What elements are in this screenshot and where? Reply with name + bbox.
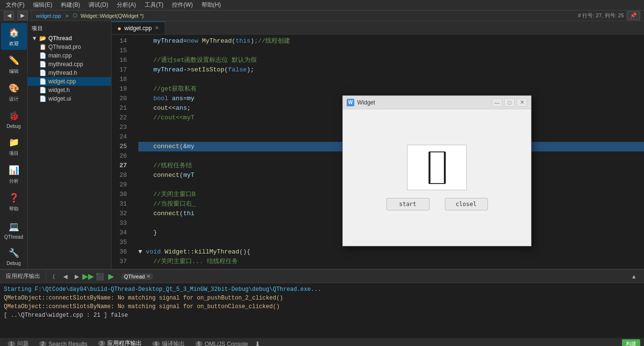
pro-file-icon: 📋 <box>39 44 46 50</box>
sidebar-item-debug[interactable]: 🐞 Debug <box>1 106 27 132</box>
bottom-tab-output[interactable]: 3 应用程序输出 <box>92 338 147 346</box>
line-num-27: 27 <box>112 161 131 171</box>
output-next-btn[interactable]: ▶ <box>71 271 82 282</box>
menu-controls[interactable]: 控件(W) <box>168 0 196 10</box>
menu-tools[interactable]: 工具(T) <box>141 0 167 10</box>
qthread-icon: 💻 <box>7 220 21 233</box>
menu-analyze[interactable]: 分析(A) <box>113 0 140 10</box>
mythread-cpp-icon: 📄 <box>39 61 46 68</box>
output-restart-btn[interactable]: ▶ <box>106 271 116 282</box>
qt-dialog[interactable]: W Widget — □ ✕ <box>342 95 531 246</box>
sidebar-item-welcome[interactable]: 🏠 欢迎 <box>1 23 27 50</box>
menu-debug[interactable]: 调试(D) <box>85 0 112 10</box>
bottom-tab-issues[interactable]: 1 问题 <box>2 338 34 346</box>
lcd-display-icon <box>428 151 447 185</box>
build-status-badge[interactable]: 构建 <box>622 339 640 346</box>
output-line-1: QMetaObject::connectSlotsByName: No matc… <box>4 294 640 302</box>
analyze-icon: 📊 <box>7 163 21 177</box>
editor-area: 🏠 欢迎 ✏️ 编辑 🎨 设计 🐞 Debug 📁 项目 📊 分析 <box>0 21 644 269</box>
output-actions: ▲ <box>629 271 642 282</box>
code-line-18 <box>138 75 644 84</box>
folder-name: QThread <box>48 35 72 42</box>
line-num-21: 21 <box>112 104 131 113</box>
tree-folder-qthread[interactable]: ▼ 📂 QThread <box>28 34 111 43</box>
line-num-20: 20 <box>112 94 131 104</box>
output-tab-close-btn[interactable]: ✕ <box>147 274 150 279</box>
output-run-btn[interactable]: ▶▶ <box>83 271 93 282</box>
qt-close-btn[interactable]: ✕ <box>517 98 527 107</box>
menu-edit[interactable]: 编辑(E) <box>29 0 56 10</box>
sidebar-item-project[interactable]: 📁 项目 <box>1 133 27 160</box>
folder-icon: 📂 <box>39 35 46 42</box>
tab-num-1: 1 <box>8 341 15 346</box>
output-prev-btn[interactable]: ◀ <box>60 271 70 282</box>
line-num-23: 23 <box>112 123 131 132</box>
editor-tabs: ● widget.cpp ✕ <box>112 21 644 35</box>
sidebar-item-label: 分析 <box>9 178 19 185</box>
breadcrumb-separator: > <box>64 13 70 19</box>
tree-file-mythread-cpp[interactable]: 📄 mythread.cpp <box>28 60 111 69</box>
pin-btn[interactable]: 📌 <box>627 11 640 20</box>
sidebar-item-label: Debug <box>7 261 21 266</box>
line-num-16: 16 <box>112 56 131 65</box>
output-stop-btn[interactable]: ⬛ <box>94 271 105 282</box>
line-num-33: 33 <box>112 219 131 228</box>
qt-canvas <box>407 145 467 190</box>
qt-close-dialog-btn[interactable]: closel <box>445 198 488 210</box>
qt-minimize-btn[interactable]: — <box>492 98 502 107</box>
file-name-widget-h: widget.h <box>48 87 70 93</box>
line-num-37: 37 <box>112 257 131 266</box>
tab-label-output: 应用程序输出 <box>107 339 142 346</box>
menu-file[interactable]: 文件(F) <box>2 0 28 10</box>
tab-label-compile: 编译输出 <box>162 340 185 346</box>
sidebar-item-label: 设计 <box>9 96 19 103</box>
line-num-28: 28 <box>112 171 131 180</box>
file-tree: 项目 ▼ 📂 QThread 📋 QThread.pro 📄 main.cpp … <box>28 21 112 269</box>
output-content[interactable]: Starting F:\QtCode\day04\build-QThread-D… <box>0 283 644 338</box>
line-num-32: 32 <box>112 209 131 219</box>
sidebar-item-design[interactable]: 🎨 设计 <box>1 79 27 105</box>
tree-file-widget-cpp[interactable]: 📄 widget.cpp <box>28 77 111 86</box>
line-num-25: 25 <box>112 142 131 151</box>
qt-app-icon: W <box>347 99 354 106</box>
output-collapse-btn[interactable]: ▲ <box>629 271 639 282</box>
code-line-17: myThread->setIsStop(false); <box>138 65 644 75</box>
sidebar-item-debug2[interactable]: 🔧 Debug <box>1 243 27 269</box>
qt-start-btn[interactable]: start <box>386 198 429 210</box>
sidebar-item-help[interactable]: ❓ 帮助 <box>1 188 27 215</box>
bottom-tab-search[interactable]: 2 Search Results <box>34 338 92 346</box>
tree-file-main[interactable]: 📄 main.cpp <box>28 51 111 60</box>
sidebar-item-qthread[interactable]: 💻 QThread <box>1 217 27 242</box>
line-num-30: 30 <box>112 190 131 199</box>
bottom-tab-qml[interactable]: 5 QML/JS Console <box>190 338 253 346</box>
tree-file-pro[interactable]: 📋 QThread.pro <box>28 43 111 51</box>
nav-back-btn[interactable]: ◀ <box>4 11 14 20</box>
menu-build[interactable]: 构建(B) <box>57 0 84 10</box>
menu-help[interactable]: 帮助(H) <box>198 0 225 10</box>
tab-num-3: 3 <box>98 341 106 346</box>
qt-titlebar: W Widget — □ ✕ <box>343 96 531 109</box>
qt-maximize-btn[interactable]: □ <box>504 98 515 107</box>
tab-close-btn[interactable]: ✕ <box>155 25 159 31</box>
tree-file-mythread-h[interactable]: 📄 mythread.h <box>28 69 111 77</box>
output-scroll-to-start-btn[interactable]: ⟨ <box>48 271 59 282</box>
sidebar-item-analyze[interactable]: 📊 分析 <box>1 161 27 187</box>
tab-arrow-icon[interactable]: ⬇ <box>255 340 260 346</box>
file-name-pro: QThread.pro <box>48 44 81 50</box>
sidebar-item-edit[interactable]: ✏️ 编辑 <box>1 51 27 78</box>
editor-tab-widget-cpp[interactable]: ● widget.cpp ✕ <box>112 22 165 34</box>
qt-window-buttons: — □ ✕ <box>492 98 527 107</box>
tree-file-widget-ui[interactable]: 📄 widget.ui <box>28 94 111 103</box>
debug2-icon: 🔧 <box>7 246 21 260</box>
output-toolbar: 应用程序输出 ⟨ ◀ ▶ ▶▶ ⬛ ▶ QThread ✕ ▲ <box>0 270 644 283</box>
tree-file-widget-h[interactable]: 📄 widget.h <box>28 86 111 94</box>
line-num-19: 19 <box>112 84 131 94</box>
sidebar-item-label: Debug <box>7 124 21 129</box>
bottom-tab-compile[interactable]: 4 编译输出 <box>147 338 190 346</box>
sidebar-item-label: QThread <box>4 234 23 240</box>
sidebar-item-label: 编辑 <box>9 68 19 75</box>
file-name-widget-cpp: widget.cpp <box>48 78 76 85</box>
file-tree-title: 项目 <box>28 23 111 34</box>
tab-num-2: 2 <box>39 341 47 346</box>
nav-fwd-btn[interactable]: ▶ <box>17 11 28 20</box>
